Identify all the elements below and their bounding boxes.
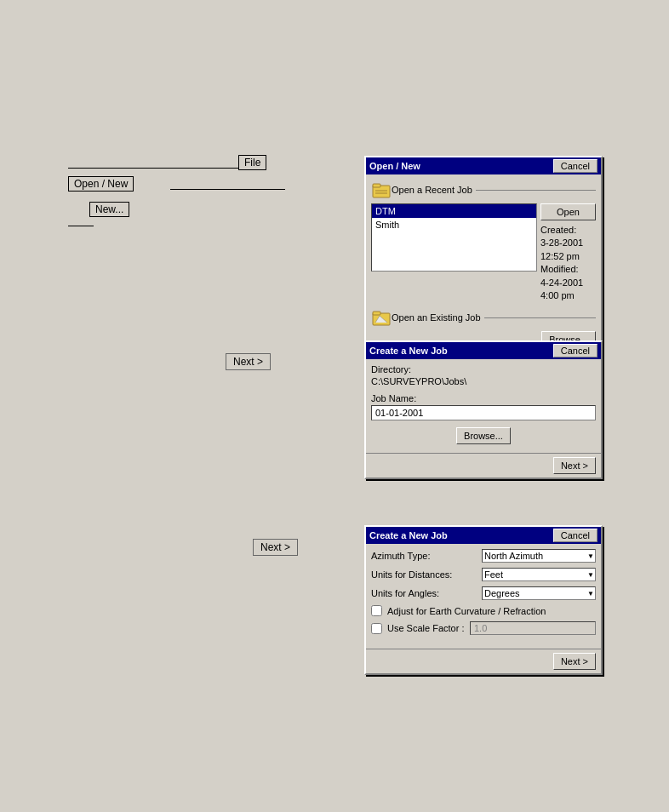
modified-label: Modified:: [540, 263, 596, 276]
recent-jobs-area: DTM Smith Open Created: 3-28-2001 12:52 …: [371, 203, 596, 302]
jobs-right-panel: Open Created: 3-28-2001 12:52 pm Modifie…: [540, 203, 596, 302]
create-job1-next-button[interactable]: Next >: [553, 457, 596, 474]
create-job2-body: Azimuth Type: North Azimuth South Azimut…: [366, 544, 601, 645]
earth-curvature-label: Adjust for Earth Curvature / Refraction: [387, 606, 546, 616]
open-new-title: Open / New: [369, 161, 420, 171]
existing-job-icon: [371, 307, 392, 328]
created-label: Created:: [540, 224, 596, 237]
directory-value: C:\SURVEYPRO\Jobs\: [371, 376, 596, 386]
angles-select[interactable]: Degrees Radians Grads: [482, 586, 596, 600]
job-item-dtm[interactable]: DTM: [372, 204, 536, 218]
scale-factor-label: Use Scale Factor :: [387, 623, 465, 633]
azimuth-row: Azimuth Type: North Azimuth South Azimut…: [371, 549, 596, 563]
earth-curvature-checkbox[interactable]: [371, 605, 382, 616]
create-job1-footer: Next >: [366, 453, 601, 477]
create-job2-footer: Next >: [366, 649, 601, 673]
job-name-label: Job Name:: [371, 393, 596, 403]
recent-section-header: Open a Recent Job: [371, 180, 596, 200]
create-job-dialog-1: Create a New Job Cancel Directory: C:\SU…: [364, 340, 603, 479]
create-job1-body: Directory: C:\SURVEYPRO\Jobs\ Job Name: …: [366, 359, 601, 449]
existing-section-label: Open an Existing Job: [392, 312, 481, 323]
create-job2-cancel-button[interactable]: Cancel: [553, 529, 598, 542]
open-button[interactable]: Open: [540, 203, 596, 220]
next-button-annotation-1[interactable]: Next >: [226, 353, 271, 370]
file-info: Created: 3-28-2001 12:52 pm Modified: 4-…: [540, 224, 596, 302]
existing-section-line: [484, 317, 596, 318]
recent-section-line: [476, 190, 596, 191]
angles-label: Units for Angles:: [371, 588, 482, 598]
recent-section-label: Open a Recent Job: [392, 185, 472, 195]
open-new-line: [68, 168, 238, 169]
browse-job-button[interactable]: Browse...: [456, 427, 511, 444]
azimuth-select[interactable]: North Azimuth South Azimuth: [482, 549, 596, 563]
job-name-group: Job Name:: [371, 393, 596, 420]
create-job2-next-button[interactable]: Next >: [553, 653, 596, 670]
azimuth-label: Azimuth Type:: [371, 551, 482, 561]
svg-rect-1: [373, 184, 380, 187]
create-job-dialog-2: Create a New Job Cancel Azimuth Type: No…: [364, 525, 603, 675]
create-job2-titlebar: Create a New Job Cancel: [366, 527, 601, 544]
job-name-input[interactable]: [371, 405, 596, 420]
angles-select-wrapper: Degrees Radians Grads: [482, 586, 596, 600]
job-item-smith[interactable]: Smith: [372, 218, 536, 232]
create-job1-cancel-button[interactable]: Cancel: [553, 344, 598, 357]
open-new-cancel-button[interactable]: Cancel: [553, 159, 598, 173]
create-job1-title: Create a New Job: [369, 346, 448, 356]
distances-select[interactable]: Feet Meters US Survey Feet: [482, 568, 596, 581]
directory-label: Directory:: [371, 364, 596, 375]
recent-job-icon: [371, 180, 392, 200]
short-line: [68, 226, 94, 226]
scale-factor-row: Use Scale Factor :: [371, 621, 596, 635]
new-annotation[interactable]: New...: [89, 202, 129, 217]
distances-select-wrapper: Feet Meters US Survey Feet: [482, 568, 596, 581]
distances-label: Units for Distances:: [371, 569, 482, 580]
scale-factor-input: [470, 621, 596, 635]
modified-date: 4-24-2001: [540, 277, 596, 289]
create-job2-title: Create a New Job: [369, 530, 448, 540]
created-time: 12:52 pm: [540, 250, 596, 263]
file-menu[interactable]: File: [238, 155, 266, 170]
jobs-list[interactable]: DTM Smith: [371, 203, 537, 272]
azimuth-select-wrapper: North Azimuth South Azimuth: [482, 549, 596, 563]
directory-group: Directory: C:\SURVEYPRO\Jobs\: [371, 364, 596, 386]
create-job1-titlebar: Create a New Job Cancel: [366, 342, 601, 359]
next-button-annotation-2[interactable]: Next >: [253, 539, 298, 556]
svg-rect-5: [373, 312, 380, 315]
scale-factor-checkbox[interactable]: [371, 623, 382, 634]
existing-section-header: Open an Existing Job: [371, 307, 596, 328]
earth-curvature-row: Adjust for Earth Curvature / Refraction: [371, 605, 596, 616]
new-line: [170, 189, 285, 190]
angles-row: Units for Angles: Degrees Radians Grads: [371, 586, 596, 600]
open-new-annotation[interactable]: Open / New: [68, 176, 134, 192]
distances-row: Units for Distances: Feet Meters US Surv…: [371, 568, 596, 581]
modified-time: 4:00 pm: [540, 289, 596, 302]
created-date: 3-28-2001: [540, 237, 596, 249]
open-new-titlebar: Open / New Cancel: [366, 157, 601, 174]
